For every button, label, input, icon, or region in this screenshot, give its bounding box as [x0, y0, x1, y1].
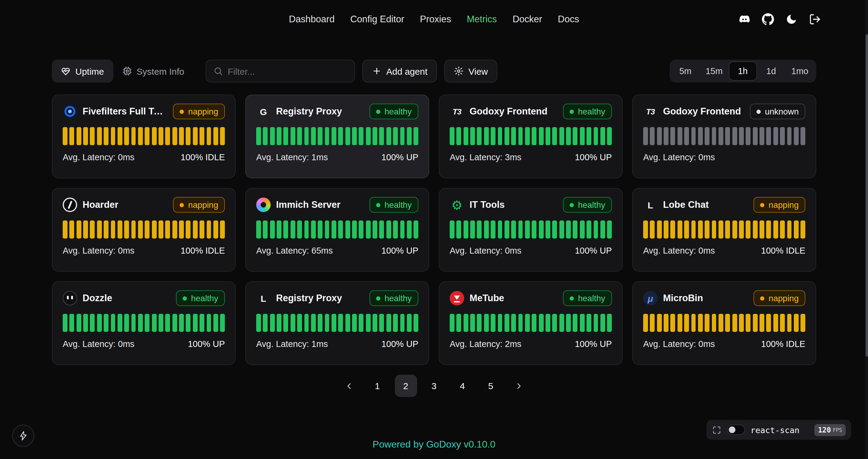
service-card[interactable]: T3 Godoxy Frontend unknown Avg. Latency:… — [632, 95, 816, 178]
range-1d[interactable]: 1d — [757, 61, 785, 81]
range-5m[interactable]: 5m — [671, 61, 700, 81]
prev-page-button[interactable] — [338, 375, 360, 397]
page-4-button[interactable]: 4 — [451, 375, 473, 397]
uptime-bar — [297, 127, 302, 145]
uptime-bar — [794, 314, 799, 332]
nav-docker[interactable]: Docker — [513, 14, 542, 25]
react-scan-toggle[interactable] — [727, 425, 745, 435]
uptime-bar — [532, 221, 537, 238]
range-1h[interactable]: 1h — [729, 61, 757, 81]
uptime-bar — [794, 127, 799, 145]
uptime-bar — [498, 314, 502, 332]
range-15m[interactable]: 15m — [700, 61, 728, 81]
status-badge: napping — [753, 197, 805, 212]
uptime-bar — [386, 314, 391, 332]
uptime-bar — [124, 127, 129, 145]
service-card[interactable]: G Registry Proxy healthy Avg. Latency: 1… — [245, 95, 429, 178]
fivefilters-icon — [63, 104, 77, 119]
uptime-bar — [587, 127, 591, 145]
service-card[interactable]: T3 Godoxy Frontend healthy Avg. Latency:… — [439, 95, 623, 178]
service-card[interactable]: Fivefilters Full Tex... napping Avg. Lat… — [52, 95, 236, 178]
uptime-bar — [179, 314, 184, 332]
uptime-bar — [352, 221, 357, 238]
uptime-bar — [152, 314, 156, 332]
latency-text: Avg. Latency: 0ms — [643, 246, 715, 255]
status-dot-icon — [569, 109, 574, 113]
status-dot-icon — [180, 203, 184, 207]
logout-icon[interactable] — [809, 13, 821, 25]
nav-docs[interactable]: Docs — [558, 14, 579, 25]
range-1mo[interactable]: 1mo — [785, 61, 814, 81]
view-button[interactable]: View — [444, 60, 498, 83]
service-card[interactable]: Hoarder napping Avg. Latency: 0ms 100% I… — [52, 188, 236, 272]
nav-icon-group — [738, 0, 821, 38]
uptime-bar — [773, 127, 778, 145]
tab-system-info[interactable]: System Info — [113, 60, 193, 83]
uptime-bar — [207, 314, 211, 332]
scrollbar-thumb[interactable] — [865, 34, 868, 357]
flash-fab-button[interactable] — [12, 425, 34, 447]
uptime-text: 100% IDLE — [181, 153, 225, 162]
uptime-bar — [671, 314, 675, 332]
page-3-button[interactable]: 3 — [423, 375, 445, 397]
next-page-button[interactable] — [508, 375, 530, 397]
discord-icon[interactable] — [738, 13, 750, 25]
page-1-button[interactable]: 1 — [366, 375, 389, 397]
uptime-bar — [780, 127, 785, 145]
uptime-bar — [801, 314, 806, 332]
nav-metrics[interactable]: Metrics — [467, 14, 497, 25]
add-agent-button[interactable]: Add agent — [362, 60, 437, 83]
service-card[interactable]: ⚙ IT Tools healthy Avg. Latency: 0ms 100… — [439, 188, 623, 272]
status-dot-icon — [376, 203, 380, 207]
status-badge: healthy — [563, 197, 612, 212]
uptime-bar — [518, 314, 523, 332]
uptime-bar — [525, 221, 530, 238]
uptime-bar — [332, 314, 336, 332]
uptime-bar — [580, 221, 585, 238]
uptime-bar — [463, 314, 468, 332]
uptime-bar — [131, 314, 136, 332]
uptime-bar — [573, 127, 578, 145]
dark-mode-moon-icon[interactable] — [785, 13, 798, 25]
tab-system-info-label: System Info — [136, 66, 184, 76]
nav-config-editor[interactable]: Config Editor — [350, 14, 404, 25]
uptime-bar — [158, 221, 163, 238]
scan-frame-icon[interactable] — [712, 425, 721, 435]
service-card[interactable]: Immich Server healthy Avg. Latency: 65ms… — [245, 188, 429, 272]
uptime-bar — [220, 221, 225, 238]
uptime-text: 100% UP — [575, 246, 612, 255]
page-5-button[interactable]: 5 — [479, 375, 502, 397]
uptime-bar — [70, 221, 74, 238]
uptime-bar — [338, 127, 343, 145]
github-icon[interactable] — [762, 13, 774, 25]
nav-proxies[interactable]: Proxies — [420, 14, 451, 25]
uptime-bar — [525, 127, 530, 145]
status-badge: napping — [753, 290, 805, 306]
pagination: 1 2 3 4 5 — [0, 375, 868, 397]
uptime-bar — [725, 314, 730, 332]
service-card[interactable]: L Lobe Chat napping Avg. Latency: 0ms 10… — [632, 188, 816, 272]
service-card[interactable]: Dozzle healthy Avg. Latency: 0ms 100% UP — [52, 281, 236, 365]
tab-uptime[interactable]: Uptime — [52, 60, 113, 83]
service-card[interactable]: μ MicroBin napping Avg. Latency: 0ms 100… — [632, 281, 816, 365]
search-icon — [213, 66, 223, 76]
uptime-bar — [359, 221, 364, 238]
latency-text: Avg. Latency: 0ms — [643, 153, 715, 162]
service-card[interactable]: L Registry Proxy healthy Avg. Latency: 1… — [245, 281, 429, 365]
page-2-button[interactable]: 2 — [395, 375, 417, 397]
uptime-bar — [338, 221, 343, 238]
uptime-bar — [746, 127, 751, 145]
uptime-bar — [359, 314, 364, 332]
card-header: Fivefilters Full Tex... napping — [63, 104, 225, 119]
uptime-bar — [553, 127, 557, 145]
godoxy-link[interactable]: GoDoxy — [426, 439, 461, 449]
nav-dashboard[interactable]: Dashboard — [289, 14, 335, 25]
uptime-bar — [767, 127, 771, 145]
service-card[interactable]: MeTube healthy Avg. Latency: 2ms 100% UP — [439, 281, 623, 365]
uptime-bar — [678, 127, 682, 145]
latency-text: Avg. Latency: 1ms — [256, 339, 328, 349]
filter-input[interactable] — [227, 66, 347, 76]
uptime-bar — [393, 221, 398, 238]
lobe-chat-letter-icon: L — [643, 198, 658, 212]
uptime-bar — [379, 127, 384, 145]
